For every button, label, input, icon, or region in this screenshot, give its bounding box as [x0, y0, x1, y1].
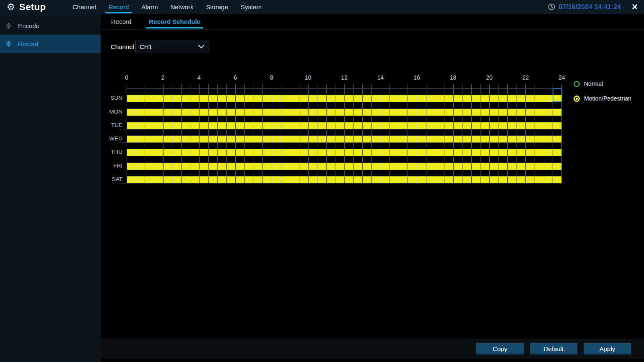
channel-select[interactable]: CH1	[135, 41, 208, 52]
schedule-row-thu[interactable]	[127, 143, 562, 156]
day-label-fri: FRI	[101, 162, 122, 170]
day-label-mon: MON	[101, 108, 122, 116]
hour-tick-label: 16	[408, 74, 425, 81]
hour-tick-label: 18	[445, 74, 462, 81]
schedule-row-wed[interactable]	[127, 129, 562, 143]
schedule-segment-motion[interactable]	[127, 149, 562, 156]
legend-normal-option[interactable]: Normal	[574, 80, 631, 87]
legend-label-motion: Motion/Pedestrian	[584, 95, 631, 102]
day-label-sun: SUN	[101, 94, 122, 102]
channel-selected-value: CH1	[140, 43, 152, 50]
day-label-thu: THU	[101, 148, 122, 156]
radio-dot	[576, 98, 578, 100]
row-baseline-extension	[119, 129, 127, 129]
selection-cursor[interactable]	[553, 88, 562, 102]
hour-tick-label: 10	[300, 74, 317, 81]
tab-bar: RecordRecord Schedule	[101, 14, 644, 30]
schedule-segment-motion[interactable]	[127, 109, 562, 116]
sidebar: EncodeRecord	[0, 14, 101, 362]
sidebar-item-label: Encode	[18, 22, 39, 29]
day-label-wed: WED	[101, 135, 122, 142]
schedule-grid[interactable]: 024681012141618202224SUNMONTUEWEDTHUFRIS…	[127, 84, 562, 183]
titlebar-right: 07/16/2024 14:41:24 ✕	[548, 0, 639, 14]
hour-tick-label: 6	[227, 74, 244, 81]
close-icon[interactable]: ✕	[631, 3, 638, 11]
hour-tick-label: 2	[155, 74, 171, 81]
copy-button[interactable]: Copy	[476, 343, 524, 354]
schedule-bar-strip[interactable]	[127, 135, 562, 143]
app-title: Setup	[19, 2, 46, 13]
app-logo: ⚙ Setup	[7, 0, 46, 14]
menu-item-storage[interactable]: Storage	[205, 0, 229, 14]
sidebar-item-record[interactable]: Record	[0, 35, 101, 53]
channel-label: Channel	[111, 43, 134, 50]
record-icon	[5, 41, 12, 47]
datetime: 07/16/2024 14:41:24	[559, 3, 621, 11]
top-menu: ChannelRecordAlarmNetworkStorageSystem	[71, 0, 263, 14]
schedule-grid-body[interactable]	[127, 88, 562, 183]
normal-radio-icon[interactable]	[574, 81, 580, 87]
legend-motion-option[interactable]: Motion/Pedestrian	[574, 95, 631, 102]
schedule-segment-motion[interactable]	[127, 136, 562, 142]
schedule-segment-motion[interactable]	[127, 176, 562, 183]
motion-radio-icon[interactable]	[574, 96, 580, 102]
clock-icon	[548, 3, 555, 10]
schedule-segment-motion[interactable]	[127, 95, 562, 102]
setup-window: ⚙ Setup ChannelRecordAlarmNetworkStorage…	[0, 0, 644, 362]
chevron-down-icon	[198, 45, 204, 49]
sidebar-item-encode[interactable]: Encode	[0, 17, 101, 35]
hour-tick-label: 14	[372, 74, 389, 81]
schedule-row-mon[interactable]	[127, 102, 562, 116]
schedule-row-sat[interactable]	[127, 170, 562, 184]
schedule-bar-strip[interactable]	[127, 109, 562, 116]
day-label-tue: TUE	[101, 122, 122, 129]
schedule-bar-strip[interactable]	[127, 95, 562, 102]
menu-item-system[interactable]: System	[239, 0, 263, 14]
tab-record-schedule[interactable]: Record Schedule	[146, 14, 203, 29]
legend-label-normal: Normal	[584, 80, 603, 87]
hour-tick-label: 8	[263, 74, 280, 81]
menu-item-alarm[interactable]: Alarm	[140, 0, 159, 14]
schedule-bar-strip[interactable]	[127, 122, 562, 129]
footer-bar: CopyDefaultApply	[101, 339, 644, 359]
default-button[interactable]: Default	[530, 343, 577, 354]
tab-record[interactable]: Record	[108, 14, 134, 29]
schedule-row-sun[interactable]	[127, 89, 562, 102]
apply-button[interactable]: Apply	[584, 343, 631, 354]
schedule-segment-motion[interactable]	[127, 122, 562, 129]
row-baseline-extension	[119, 156, 127, 156]
row-baseline-extension	[119, 183, 127, 184]
hour-tick-label: 12	[336, 74, 353, 81]
schedule-bar-strip[interactable]	[127, 163, 562, 170]
row-baseline-extension	[119, 170, 127, 170]
day-label-sat: SAT	[101, 176, 122, 183]
hour-tick-label: 20	[481, 74, 498, 81]
schedule-bar-strip[interactable]	[127, 176, 562, 184]
row-baseline-extension	[119, 142, 127, 143]
schedule-row-fri[interactable]	[127, 156, 562, 170]
hour-tick-label: 0	[118, 74, 135, 81]
hour-tick-label: 4	[191, 74, 208, 81]
titlebar: ⚙ Setup ChannelRecordAlarmNetworkStorage…	[0, 0, 644, 14]
hour-tick-label: 24	[553, 74, 570, 81]
row-baseline-extension	[119, 116, 127, 116]
schedule-segment-motion[interactable]	[127, 163, 562, 170]
schedule-bar-strip[interactable]	[127, 149, 562, 156]
menu-item-network[interactable]: Network	[169, 0, 195, 14]
hour-tick-label: 22	[517, 74, 534, 81]
gear-icon: ⚙	[7, 3, 15, 12]
menu-item-record[interactable]: Record	[107, 0, 130, 14]
record-mode-legend: NormalMotion/Pedestrian	[574, 80, 631, 110]
row-baseline-extension	[119, 102, 127, 102]
schedule-row-tue[interactable]	[127, 116, 562, 129]
encode-icon	[5, 23, 12, 29]
menu-item-channel[interactable]: Channel	[71, 0, 97, 14]
sidebar-item-label: Record	[18, 40, 38, 47]
